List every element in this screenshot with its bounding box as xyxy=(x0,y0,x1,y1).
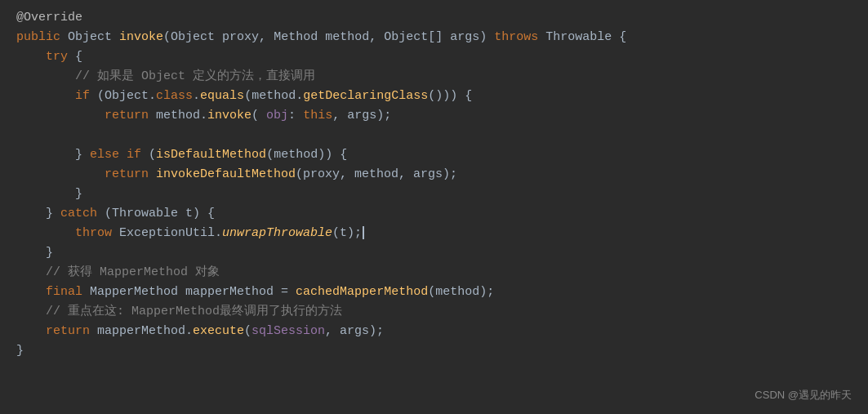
comment-2: // 获得 MapperMethod 对象 xyxy=(46,265,220,279)
code-line-8: } else if (isDefaultMethod(method)) { xyxy=(0,145,868,165)
code-line-15: final MapperMethod mapperMethod = cached… xyxy=(0,283,868,302)
code-line-16: // 重点在这: MapperMethod最终调用了执行的方法 xyxy=(0,302,868,322)
code-container: @Override public Object invoke(Object pr… xyxy=(0,0,868,414)
kw-try: try xyxy=(46,50,68,64)
code-line-12: throw ExceptionUtil.unwrapThrowable(t); xyxy=(0,224,868,243)
kw-public: public xyxy=(16,30,60,44)
comment-3: // 重点在这: MapperMethod最终调用了执行的方法 xyxy=(46,305,342,318)
code-line-9: return invokeDefaultMethod(proxy, method… xyxy=(0,165,868,185)
watermark: CSDN @遇见的昨天 xyxy=(754,387,852,404)
annotation-override: @Override xyxy=(16,11,82,24)
code-line-5: if (Object.class.equals(method.getDeclar… xyxy=(0,87,868,106)
code-line-18: } xyxy=(0,341,868,361)
code-line-7 xyxy=(0,126,868,145)
code-line-10: } xyxy=(0,185,868,204)
code-line-3: try { xyxy=(0,47,868,67)
code-line-11: } catch (Throwable t) { xyxy=(0,204,868,224)
code-line-17: return mapperMethod.execute(sqlSession, … xyxy=(0,322,868,341)
code-line-14: // 获得 MapperMethod 对象 xyxy=(0,263,868,283)
code-line-4: // 如果是 Object 定义的方法，直接调用 xyxy=(0,67,868,87)
comment-1: // 如果是 Object 定义的方法，直接调用 xyxy=(75,69,315,83)
code-line-2: public Object invoke(Object proxy, Metho… xyxy=(0,28,868,47)
method-invoke: invoke xyxy=(119,30,163,44)
code-line-13: } xyxy=(0,243,868,263)
code-line-6: return method.invoke( obj: this, args); xyxy=(0,106,868,126)
code-line-1: @Override xyxy=(0,8,868,28)
text-cursor xyxy=(363,226,364,239)
type-object: Object xyxy=(68,30,112,44)
